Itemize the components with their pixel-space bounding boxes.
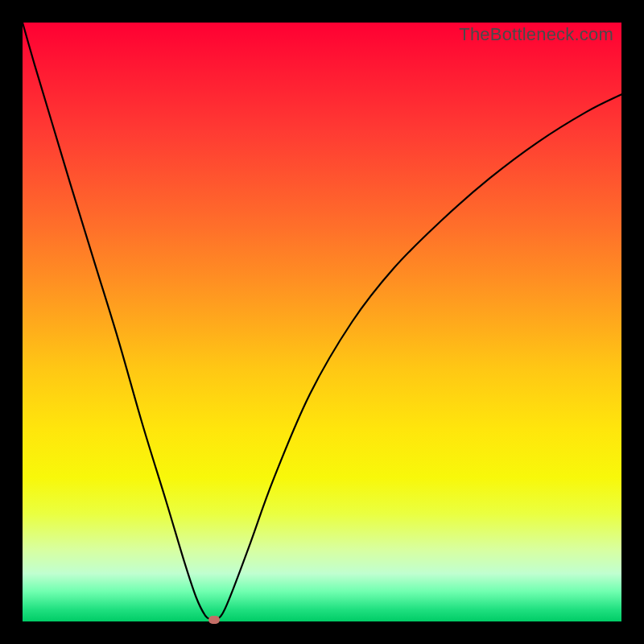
bottleneck-curve [23,23,621,621]
plot-area: TheBottleneck.com [23,23,621,621]
minimum-marker [208,616,220,624]
chart-frame: TheBottleneck.com [0,0,644,644]
